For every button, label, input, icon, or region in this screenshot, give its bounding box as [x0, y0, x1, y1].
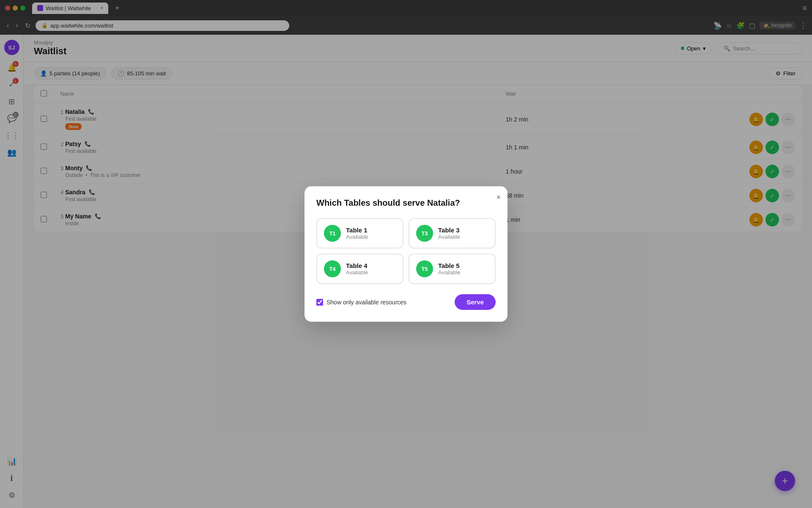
- checkbox-label-text: Show only available resources: [326, 299, 406, 306]
- table-status-1: Available: [346, 234, 368, 240]
- table-card-5[interactable]: T5 Table 5 Available: [409, 254, 496, 284]
- modal-close-button[interactable]: ×: [496, 193, 501, 202]
- table-status-3: Available: [438, 234, 461, 240]
- table-name-5: Table 5: [438, 262, 461, 269]
- table-card-1[interactable]: T1 Table 1 Available: [316, 218, 403, 248]
- table-card-3[interactable]: T3 Table 3 Available: [409, 218, 496, 248]
- table-name-1: Table 1: [346, 226, 368, 234]
- table-avatar-4: T4: [324, 260, 341, 277]
- table-avatar-3: T3: [416, 225, 433, 242]
- tables-grid: T1 Table 1 Available T3 Table 3 Availabl…: [316, 218, 496, 284]
- table-info-3: Table 3 Available: [438, 226, 461, 240]
- modal-title: Which Tables should serve Natalia?: [316, 198, 496, 208]
- table-info-4: Table 4 Available: [346, 262, 368, 276]
- table-avatar-5: T5: [416, 260, 433, 277]
- table-info-1: Table 1 Available: [346, 226, 368, 240]
- table-info-5: Table 5 Available: [438, 262, 461, 276]
- table-status-5: Available: [438, 269, 461, 276]
- modal-overlay: × Which Tables should serve Natalia? T1 …: [0, 0, 812, 508]
- modal-footer: Show only available resources Serve: [316, 294, 496, 310]
- table-avatar-1: T1: [324, 225, 341, 242]
- table-card-4[interactable]: T4 Table 4 Available: [316, 254, 403, 284]
- serve-modal: × Which Tables should serve Natalia? T1 …: [304, 186, 508, 322]
- available-resources-checkbox[interactable]: [316, 299, 323, 306]
- table-name-3: Table 3: [438, 226, 461, 234]
- table-name-4: Table 4: [346, 262, 368, 269]
- serve-button[interactable]: Serve: [455, 294, 496, 310]
- table-status-4: Available: [346, 269, 368, 276]
- available-resources-checkbox-label[interactable]: Show only available resources: [316, 299, 406, 306]
